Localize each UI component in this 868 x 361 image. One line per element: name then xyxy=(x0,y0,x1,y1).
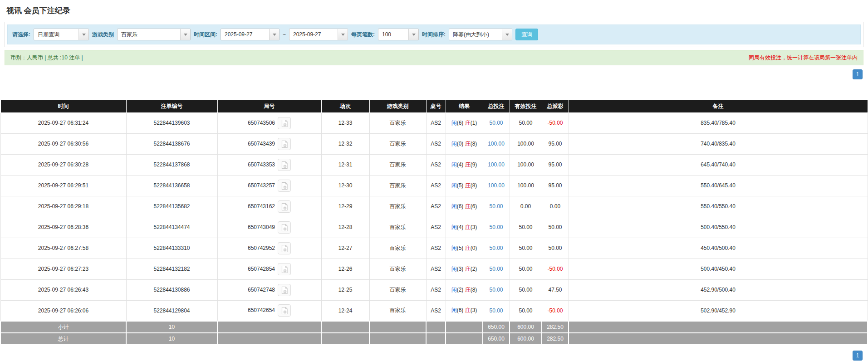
cell-result: 闲(6) 庄(1) xyxy=(446,112,483,133)
banker-result-label: 庄 xyxy=(465,245,471,251)
round-number: 650742654 xyxy=(248,307,275,313)
cell-valid-bet: 100.00 xyxy=(510,133,542,154)
video-replay-button[interactable] xyxy=(278,180,291,192)
chevron-down-icon[interactable] xyxy=(180,29,190,40)
cell-total-bet[interactable]: 50.00 xyxy=(483,279,510,300)
round-number: 650742854 xyxy=(248,265,275,272)
time-sort-value: 降幂(由大到小) xyxy=(449,29,502,40)
subtotal-total-bet: 650.00 xyxy=(483,321,510,333)
cell-bet-id: 522844129804 xyxy=(126,300,217,321)
cell-valid-bet: 50.00 xyxy=(510,217,542,238)
cell-total-bet[interactable]: 100.00 xyxy=(483,154,510,175)
table-row: 2025-09-27 06:29:18 522844135682 6507431… xyxy=(0,196,868,217)
player-result-label: 闲 xyxy=(451,307,457,313)
video-replay-document-icon xyxy=(281,182,288,190)
table-row: 2025-09-27 06:30:56 522844138676 6507434… xyxy=(0,133,868,154)
video-replay-button[interactable] xyxy=(278,159,291,171)
video-replay-button[interactable] xyxy=(278,284,291,296)
cell-valid-bet: 50.00 xyxy=(510,238,542,259)
banker-result-label: 庄 xyxy=(465,141,471,147)
chevron-down-icon[interactable] xyxy=(502,29,512,40)
cell-total-bet[interactable]: 50.00 xyxy=(483,238,510,259)
player-result-label: 闲 xyxy=(451,287,457,293)
cell-note: 645.40/740.40 xyxy=(569,154,868,175)
cell-total-bet[interactable]: 50.00 xyxy=(483,259,510,279)
page-button-1[interactable]: 1 xyxy=(853,351,863,361)
cell-total-bet[interactable]: 50.00 xyxy=(483,196,510,217)
cell-table-no: AS2 xyxy=(426,300,446,321)
cell-game: 百家乐 xyxy=(369,279,426,300)
video-replay-button[interactable] xyxy=(278,221,291,234)
table-row: 2025-09-27 06:27:58 522844133310 6507429… xyxy=(0,238,868,259)
chevron-down-icon[interactable] xyxy=(338,29,348,40)
filter-toolbar: 请选择: 日期查询 游戏类别 百家乐 时间区间: 2025-09-27 ~ 20… xyxy=(7,24,861,44)
cell-time: 2025-09-27 06:30:28 xyxy=(0,154,126,175)
subtotal-payout: 282.50 xyxy=(542,321,569,333)
page-button-1[interactable]: 1 xyxy=(853,69,863,79)
video-replay-button[interactable] xyxy=(278,200,291,213)
chevron-down-icon[interactable] xyxy=(408,29,418,40)
cell-table-no: AS2 xyxy=(426,279,446,300)
banker-result-value: (8) xyxy=(471,182,477,189)
cell-game: 百家乐 xyxy=(369,238,426,259)
banker-result-label: 庄 xyxy=(465,307,471,313)
banker-result-value: (2) xyxy=(471,266,477,272)
time-sort-combobox[interactable]: 降幂(由大到小) xyxy=(449,29,512,40)
table-row: 2025-09-27 06:26:43 522844130886 6507427… xyxy=(0,279,868,300)
query-type-combobox[interactable]: 日期查询 xyxy=(34,29,89,40)
cell-table-no: AS2 xyxy=(426,238,446,259)
date-to-picker[interactable]: 2025-09-27 xyxy=(289,29,348,40)
cell-payout: 0.00 xyxy=(542,196,569,217)
grand-total-label: 总计 xyxy=(0,333,126,345)
cell-total-bet[interactable]: 100.00 xyxy=(483,175,510,196)
grand-total-payout: 282.50 xyxy=(542,333,569,345)
player-result-label: 闲 xyxy=(451,182,457,189)
cell-total-bet[interactable]: 50.00 xyxy=(483,217,510,238)
banker-result-label: 庄 xyxy=(465,120,471,126)
player-result-value: (3) xyxy=(457,266,464,272)
video-replay-button[interactable] xyxy=(278,304,291,317)
page-size-value: 100 xyxy=(378,29,408,40)
video-replay-button[interactable] xyxy=(278,263,291,275)
cell-table-no: AS2 xyxy=(426,154,446,175)
date-from-value: 2025-09-27 xyxy=(221,29,269,40)
player-result-label: 闲 xyxy=(451,203,457,210)
cell-time: 2025-09-27 06:30:56 xyxy=(0,133,126,154)
pagination-bottom: 1 xyxy=(0,351,863,361)
game-category-value: 百家乐 xyxy=(118,29,180,40)
cell-bet-id: 522844132182 xyxy=(126,259,217,279)
cell-payout: 47.50 xyxy=(542,279,569,300)
page-size-combobox[interactable]: 100 xyxy=(378,29,419,40)
video-replay-button[interactable] xyxy=(278,138,291,150)
date-from-picker[interactable]: 2025-09-27 xyxy=(221,29,280,40)
video-replay-document-icon xyxy=(281,244,288,253)
column-header-valid-bet: 有效投注 xyxy=(510,100,542,112)
video-replay-button[interactable] xyxy=(278,117,291,129)
player-result-value: (6) xyxy=(457,203,464,210)
grand-total-total-bet: 650.00 xyxy=(483,333,510,345)
column-header-result: 结果 xyxy=(446,100,483,112)
cell-note: 450.40/500.40 xyxy=(569,238,868,259)
banker-result-label: 庄 xyxy=(465,266,471,272)
video-replay-button[interactable] xyxy=(278,242,291,254)
video-replay-document-icon xyxy=(281,224,288,232)
cell-round: 650743439 xyxy=(217,133,321,154)
cell-total-bet[interactable]: 100.00 xyxy=(483,133,510,154)
cell-note: 550.40/645.40 xyxy=(569,175,868,196)
chevron-down-icon[interactable] xyxy=(269,29,279,40)
video-replay-document-icon xyxy=(281,265,288,273)
game-category-combobox[interactable]: 百家乐 xyxy=(117,29,191,40)
cell-note: 500.40/550.40 xyxy=(569,217,868,238)
cell-round: 650742748 xyxy=(217,279,321,300)
player-result-value: (6) xyxy=(457,120,464,126)
time-range-label: 时间区间: xyxy=(194,31,217,39)
cell-session: 12-28 xyxy=(321,217,369,238)
video-replay-document-icon xyxy=(281,203,288,211)
cell-total-bet[interactable]: 50.00 xyxy=(483,300,510,321)
search-button[interactable]: 查询 xyxy=(515,29,538,40)
chevron-down-icon[interactable] xyxy=(78,29,88,40)
banker-result-value: (0) xyxy=(471,245,477,251)
grand-total-valid-bet: 600.00 xyxy=(510,333,542,345)
cell-total-bet[interactable]: 50.00 xyxy=(483,112,510,133)
cell-note: 550.40/550.40 xyxy=(569,196,868,217)
